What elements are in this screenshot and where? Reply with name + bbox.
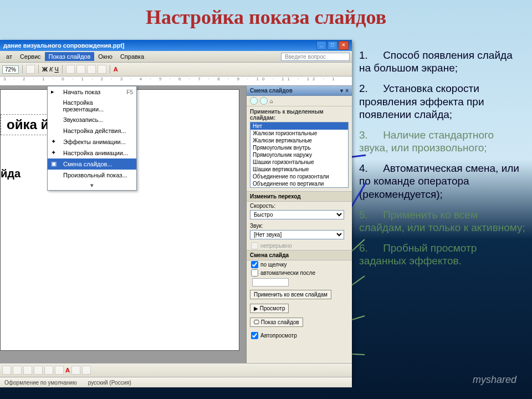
arrow-icon[interactable] — [34, 366, 43, 375]
home-icon[interactable]: ⌂ — [270, 98, 273, 104]
menu-slideshow[interactable]: Показ слайдов — [45, 52, 95, 61]
zoom-select[interactable]: 72% — [2, 65, 19, 74]
minimize-button[interactable]: _ — [316, 41, 326, 50]
font-color-icon[interactable]: A — [65, 367, 70, 374]
effect-item: Шашки горизонтальные — [250, 158, 348, 166]
bullets-icon[interactable] — [87, 65, 96, 74]
annotation-5: 5. Применить ко всем слайдам, или только… — [359, 208, 525, 234]
effect-item: Объединение по вертикали — [250, 180, 348, 187]
apply-label: Применить к выделенным слайдам: — [247, 106, 352, 122]
workspace: ойка йдов йда ▸Начать показF5 Настройка … — [0, 86, 352, 363]
taskpane-fwd-icon[interactable] — [260, 97, 268, 105]
numbering-icon[interactable] — [98, 65, 106, 74]
font-color-icon[interactable]: A — [114, 66, 118, 73]
annotation-1: 1. Способ появления слайда на большом эк… — [359, 49, 525, 74]
speed-select[interactable]: Быстро — [250, 210, 344, 219]
annotation-6: 6. Пробный просмотр заданных эффектов. — [359, 242, 525, 267]
draw-icon[interactable] — [2, 366, 11, 375]
menu-window[interactable]: Окно — [94, 52, 116, 61]
close-button[interactable]: × — [339, 41, 349, 50]
toolbar: 72% Ж К Ч A — [0, 63, 352, 76]
dd-slide-transition[interactable]: ▣Смена слайдов... — [48, 158, 136, 170]
help-search-input[interactable]: Введите вопрос — [281, 53, 350, 61]
oval-icon[interactable] — [55, 366, 64, 375]
dd-custom-show[interactable]: Произвольный показ... — [48, 170, 136, 181]
annotation-list: 1. Способ появления слайда на большом эк… — [359, 49, 525, 275]
dd-record[interactable]: Звукозапись... — [48, 114, 136, 125]
dd-anim-effects[interactable]: ✦Эффекты анимации... — [48, 136, 136, 147]
align-center-icon[interactable] — [76, 65, 85, 74]
window-title: дание визуального сопровождения.ppt] — [3, 40, 124, 51]
loop-checkbox[interactable] — [251, 242, 258, 249]
effect-item: Прямоугольник наружу — [250, 151, 348, 158]
fill-icon[interactable] — [71, 366, 80, 375]
page-title: Настройка показа слайдов — [0, 0, 532, 32]
status-layout: Оформление по умолчанию — [4, 380, 77, 386]
dd-custom-anim[interactable]: ✦Настройка анимации... — [48, 147, 136, 158]
annotation-4: 4. Автоматическая смена, или по команде … — [359, 162, 525, 201]
autoshapes-icon[interactable] — [13, 366, 22, 375]
statusbar: Оформление по умолчанию русский (Россия) — [0, 377, 352, 387]
menu-service[interactable]: Сервис — [16, 52, 45, 61]
autopreview-checkbox[interactable] — [251, 332, 258, 339]
advance-header: Смена слайда — [247, 250, 352, 260]
taskpane-title: Смена слайдов ▾ × — [247, 86, 352, 96]
taskpane-menu-icon[interactable]: ▾ — [340, 88, 343, 94]
shadow-icon[interactable] — [82, 366, 91, 375]
titlebar: дание визуального сопровождения.ppt] _ □… — [0, 40, 352, 51]
line-icon[interactable] — [23, 366, 32, 375]
sound-select[interactable]: [Нет звука] — [250, 230, 344, 239]
effect-item: Нет — [250, 122, 348, 130]
autoafter-checkbox[interactable] — [251, 269, 258, 277]
play-icon: ▸ — [51, 88, 60, 96]
dd-action[interactable]: Настройка действия... — [48, 125, 136, 136]
effect-item: Прямоугольник внутрь — [250, 144, 348, 151]
change-transition-header: Изменить переход — [247, 191, 352, 202]
chevron-down-icon[interactable]: ▾ — [48, 181, 136, 190]
status-lang: русский (Россия) — [88, 380, 131, 386]
dd-start-show[interactable]: ▸Начать показF5 — [48, 86, 136, 98]
maximize-button[interactable]: □ — [328, 41, 337, 50]
transition-icon: ▣ — [51, 160, 60, 168]
preview-button[interactable]: ▶ Просмотр — [250, 304, 289, 313]
gear-icon: ✦ — [51, 149, 60, 157]
bold-button[interactable]: Ж — [42, 66, 48, 73]
time-input[interactable] — [252, 278, 289, 287]
annotation-2: 2. Установка скорости проявления эффекта… — [359, 82, 525, 121]
effects-list[interactable]: Нет Жалюзи горизонтальные Жалюзи вертика… — [250, 122, 349, 188]
menubar: ат Сервис Показ слайдов Окно Справка Вве… — [0, 51, 352, 63]
sound-label: Звук: — [247, 222, 352, 230]
taskpane-close-icon[interactable]: × — [345, 88, 349, 94]
slideshow-dropdown: ▸Начать показF5 Настройка презентации...… — [47, 86, 137, 191]
effect-item: Жалюзи горизонтальные — [250, 130, 348, 137]
task-pane: Смена слайдов ▾ × ⌂ Применить к выделенн… — [246, 86, 352, 363]
ruler: 3 · 2 · 1 · 0 · 1 · 2 · 3 · 4 · 5 · 6 · … — [0, 76, 352, 86]
watermark: myshared — [473, 374, 516, 386]
rect-icon[interactable] — [44, 366, 53, 375]
effect-item: Шашки вертикальные — [250, 166, 348, 173]
annotation-3: 3. Наличие стандартного звука, или произ… — [359, 129, 525, 154]
apply-all-button[interactable]: Применить ко всем слайдам — [250, 290, 331, 299]
slide-body-text[interactable]: йда — [1, 167, 21, 180]
powerpoint-window: дание визуального сопровождения.ppt] _ □… — [0, 40, 352, 383]
italic-button[interactable]: К — [49, 66, 53, 73]
align-left-icon[interactable] — [66, 65, 75, 74]
underline-button[interactable]: Ч — [54, 66, 58, 73]
effect-item: Объединение по горизонтали — [250, 173, 348, 180]
toolbar-icon[interactable] — [26, 65, 35, 74]
menu-help[interactable]: Справка — [116, 52, 148, 61]
star-icon: ✦ — [51, 138, 60, 146]
effect-item: Жалюзи вертикальные — [250, 137, 348, 144]
menu-format[interactable]: ат — [2, 52, 16, 61]
slideshow-button[interactable]: 🖵 Показ слайдов — [250, 318, 303, 327]
speed-label: Скорость: — [247, 202, 352, 210]
onclick-checkbox[interactable] — [251, 261, 258, 268]
dd-setup[interactable]: Настройка презентации... — [48, 98, 136, 114]
drawing-toolbar: A — [0, 363, 352, 377]
taskpane-back-icon[interactable] — [250, 97, 258, 105]
